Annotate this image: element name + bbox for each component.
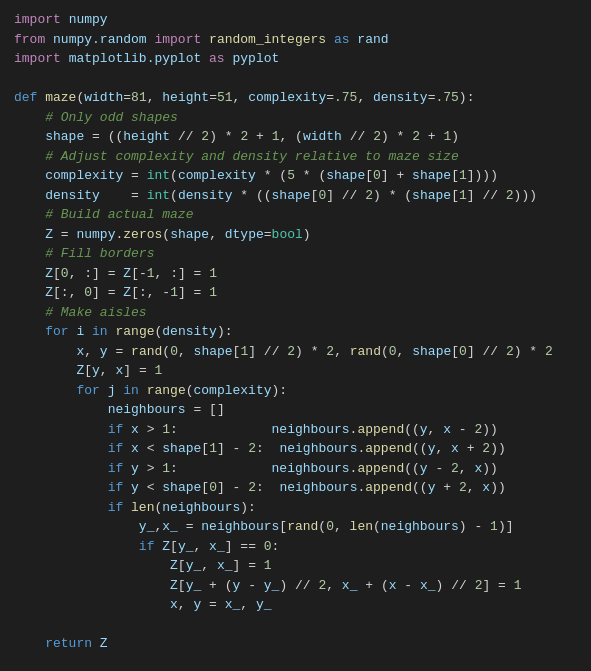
code-editor: import numpy from numpy.random import ra… bbox=[14, 10, 577, 671]
